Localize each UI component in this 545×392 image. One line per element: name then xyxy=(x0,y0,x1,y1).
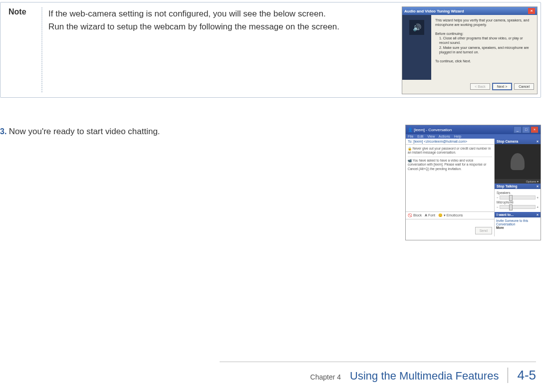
toolbar-block: Block xyxy=(413,213,422,217)
chat-body: To: [leem] <zirconleem@hotmail.com> 🔒 Ne… xyxy=(406,139,541,236)
note-line2: Run the wizard to setup the webcam by fo… xyxy=(48,20,339,33)
chat-titlebar: 👤 [leem] - Conversation _ □ × xyxy=(406,125,541,134)
chat-screenshot: 👤 [leem] - Conversation _ □ × File Edit … xyxy=(405,125,541,240)
msn-icon: 👤 xyxy=(408,128,413,132)
close-icon: × xyxy=(531,126,539,133)
next-button: Next > xyxy=(492,83,512,90)
options-bar: Options ▾ xyxy=(495,179,541,184)
menu-help: Help xyxy=(454,135,461,138)
menu-actions: Actions xyxy=(439,135,450,138)
chat-input-area: Send xyxy=(406,219,494,236)
wizard-footer: < Back Next > Cancel xyxy=(402,80,537,93)
chat-left-pane: To: [leem] <zirconleem@hotmail.com> 🔒 Ne… xyxy=(406,139,495,236)
iwantto-header: I want to...× xyxy=(495,212,541,217)
note-text: If the web-camera setting is not configu… xyxy=(48,7,339,33)
microphone-label: Microphone xyxy=(497,200,539,204)
audio-panel: Speakers −+ Microphone −+ xyxy=(495,189,541,212)
stop-camera-header: Stop Camera× xyxy=(495,139,541,144)
menu-file: File xyxy=(408,135,413,138)
page-number: 4-5 xyxy=(508,368,536,383)
speakers-label: Speakers xyxy=(497,191,539,195)
note-box: Note If the web-camera setting is not co… xyxy=(0,2,541,98)
wizard-content: This wizard helps you verify that your c… xyxy=(431,15,537,80)
block-icon: 🚫 xyxy=(408,213,412,217)
minimize-icon: _ xyxy=(514,126,522,133)
cancel-button: Cancel xyxy=(514,83,534,90)
camera-view xyxy=(495,144,541,179)
microphone-slider: −+ xyxy=(497,205,539,209)
wizard-screenshot: Audio and Video Tuning Wizard × 🔊 This w… xyxy=(402,6,538,94)
wizard-item2: 2. Make sure your camera, speakers, and … xyxy=(439,45,533,54)
back-button: < Back xyxy=(470,83,490,90)
step-text: Now you're ready to start video chatting… xyxy=(9,127,160,136)
invite-link: Invite Someone to this Conversation xyxy=(496,219,539,226)
chat-menubar: File Edit View Actions Help xyxy=(406,134,541,139)
wizard-continue: To continue, click Next. xyxy=(435,59,533,63)
step-number: 3. xyxy=(0,127,6,136)
iwantto-panel: Invite Someone to this Conversation More xyxy=(495,217,541,231)
note-divider xyxy=(41,7,42,92)
page-footer: Chapter 4 Using the Multimedia Features … xyxy=(310,368,536,383)
stop-talking-header: Stop Talking× xyxy=(495,184,541,189)
note-line1: If the web-camera setting is not configu… xyxy=(48,7,339,20)
chat-toolbar: 🚫 Block A Font 😊 ▾ Emoticons xyxy=(406,212,494,219)
speaker-icon: 🔊 xyxy=(409,20,424,35)
chat-messages: 🔒 Never give out your password or credit… xyxy=(406,145,494,212)
chat-right-pane: Stop Camera× Options ▾ Stop Talking× Spe… xyxy=(495,139,541,236)
more-link: More xyxy=(496,226,539,229)
wizard-before: Before continuing: xyxy=(435,31,533,36)
wizard-body: 🔊 This wizard helps you verify that your… xyxy=(402,15,537,80)
chapter-label: Chapter 4 xyxy=(310,373,341,381)
maximize-icon: □ xyxy=(522,126,530,133)
chapter-title: Using the Multimedia Features xyxy=(350,370,499,383)
speakers-slider: −+ xyxy=(497,196,539,199)
close-icon: × xyxy=(528,8,535,14)
chat-warning: Never give out your password or credit c… xyxy=(408,147,491,154)
toolbar-emoticons: Emoticons xyxy=(447,213,463,217)
wizard-sidebar: 🔊 xyxy=(402,15,431,80)
footer-divider xyxy=(220,362,536,362)
silhouette-icon xyxy=(511,153,525,170)
chat-to: To: [leem] <zirconleem@hotmail.com> xyxy=(406,139,494,145)
step-3: 3. Now you're ready to start video chatt… xyxy=(0,127,160,137)
chat-invite-msg: You have asked to have a video and voice… xyxy=(408,159,487,171)
chat-title-text: [leem] - Conversation xyxy=(414,128,452,132)
menu-view: View xyxy=(427,135,435,138)
toolbar-font: Font xyxy=(428,213,435,217)
wizard-intro: This wizard helps you verify that your c… xyxy=(435,18,533,27)
wizard-item1: 1. Close all other programs that show vi… xyxy=(439,36,533,45)
wizard-titlebar: Audio and Video Tuning Wizard × xyxy=(402,7,537,15)
send-button: Send xyxy=(475,227,492,234)
note-label: Note xyxy=(8,7,26,16)
wizard-title-text: Audio and Video Tuning Wizard xyxy=(404,9,464,13)
menu-edit: Edit xyxy=(417,135,423,138)
emoticon-icon: 😊 xyxy=(438,213,443,217)
